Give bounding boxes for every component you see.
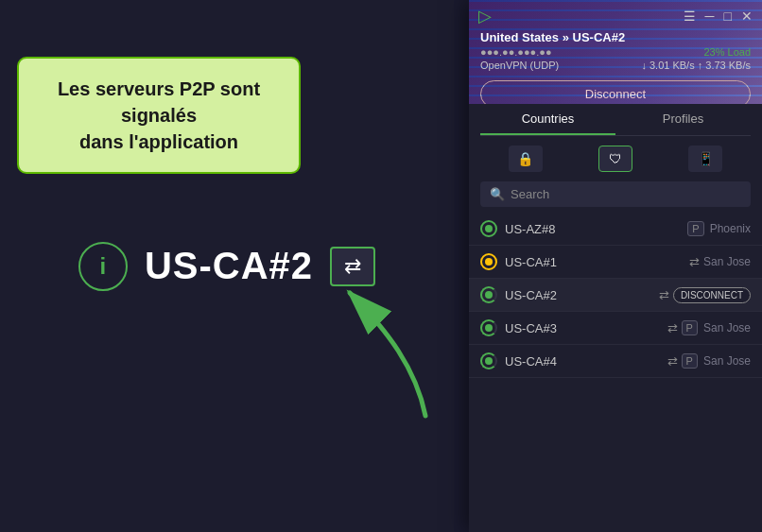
server-name-display: US-CA#2 [145,245,313,287]
server-name-text: US-AZ#8 [505,222,687,236]
server-location: San Jose [703,321,751,335]
status-dot [485,357,493,365]
server-name-text: US-CA#1 [505,255,689,269]
search-bar[interactable]: 🔍 [480,181,751,207]
vpn-panel: ▷ ☰ ─ □ ✕ United States » US-CA#2 ●●●.●●… [469,0,762,532]
server-status-indicator [480,286,497,303]
tab-countries[interactable]: Countries [480,104,615,135]
server-location: Phoenix [710,222,751,235]
server-status-indicator [480,253,497,270]
status-dot [485,225,493,232]
vpn-header: ▷ ☰ ─ □ ✕ United States » US-CA#2 ●●●.●●… [469,0,762,104]
vpn-titlebar: ▷ ☰ ─ □ ✕ [469,0,762,28]
filter-device-icon[interactable]: 📱 [688,146,722,172]
maximize-icon[interactable]: □ [724,9,732,24]
search-input[interactable] [511,187,741,201]
server-name-text: US-CA#2 [505,288,659,302]
status-dot [485,324,493,332]
server-location: San Jose [703,255,751,268]
green-arrow [293,274,463,425]
load-badge: 23% Load [703,46,751,58]
vpn-tabs: Countries Profiles [480,104,751,136]
p2p-badge: P [682,353,698,369]
speed-stats: ↓ 3.01 KB/s ↑ 3.73 KB/s [641,60,751,71]
server-status-indicator [480,319,497,336]
server-status-indicator [480,220,497,237]
connection-ip-row: ●●●.●●.●●●.●● 23% Load [480,46,751,58]
list-item[interactable]: US-AZ#8 P Phoenix [469,213,762,246]
menu-icon[interactable]: ☰ [684,9,696,24]
connection-info: United States » US-CA#2 ●●●.●●.●●●.●● 23… [469,28,762,73]
filter-bar: 🔒 🛡 📱 [469,136,762,181]
list-item[interactable]: US-CA#3 ⇄ P San Jose [469,312,762,345]
minimize-icon[interactable]: ─ [705,9,715,24]
titlebar-icons: ☰ ─ □ ✕ [684,9,753,24]
p2p-arrows-icon: ⇄ [667,321,678,335]
annotation-box: Les serveurs P2P sont signalésdans l'app… [17,57,301,174]
filter-shield-icon[interactable]: 🛡 [598,146,632,172]
p2p-arrows-icon: ⇄ [659,288,669,302]
p2p-arrows-icon: ⇄ [689,255,700,269]
list-item[interactable]: US-CA#2 ⇄ DISCONNECT [469,279,762,312]
server-location: San Jose [703,354,751,368]
ip-address: ●●●.●●.●●●.●● [480,46,552,58]
filter-secure-icon[interactable]: 🔒 [509,146,543,172]
list-item[interactable]: US-CA#4 ⇄ P San Jose [469,345,762,378]
connection-location: United States » US-CA#2 [480,30,751,44]
connection-protocol-row: OpenVPN (UDP) ↓ 3.01 KB/s ↑ 3.73 KB/s [480,60,751,71]
server-name-text: US-CA#4 [505,354,667,369]
server-list: US-AZ#8 P Phoenix US-CA#1 ⇄ San Jose US-… [469,213,762,532]
info-symbol: i [100,253,107,280]
annotation-text: Les serveurs P2P sont signalésdans l'app… [40,76,278,155]
tab-profiles[interactable]: Profiles [615,104,751,135]
status-dot [485,291,493,299]
server-name-text: US-CA#3 [505,321,667,335]
protocol-label: OpenVPN (UDP) [480,60,559,71]
status-dot [485,258,493,266]
p2p-badge: P [682,320,698,335]
search-icon: 🔍 [490,187,505,201]
p2p-arrows-icon: ⇄ [667,354,678,369]
info-circle[interactable]: i [78,242,128,291]
p2p-badge: P [687,221,703,236]
vpn-logo: ▷ [478,6,492,26]
disconnect-badge[interactable]: DISCONNECT [673,287,751,303]
close-icon[interactable]: ✕ [741,9,753,24]
list-item[interactable]: US-CA#1 ⇄ San Jose [469,246,762,279]
server-status-indicator [480,352,497,369]
